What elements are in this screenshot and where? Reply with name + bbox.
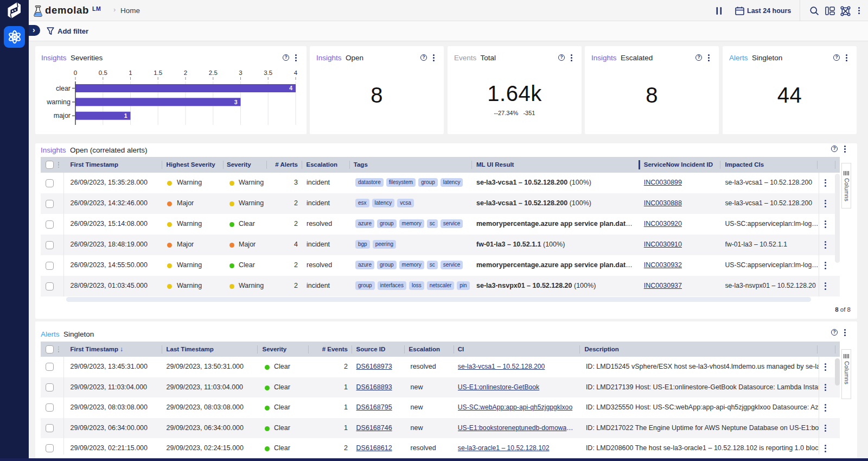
- svg-text:warning: warning: [46, 98, 71, 106]
- svg-text:1.5: 1.5: [154, 70, 162, 76]
- svg-text:2: 2: [184, 70, 187, 76]
- svg-text:clear: clear: [56, 85, 71, 92]
- svg-text:major: major: [54, 112, 71, 119]
- svg-text:0: 0: [74, 70, 77, 76]
- svg-text:3.5: 3.5: [264, 70, 272, 76]
- svg-text:3: 3: [234, 99, 238, 105]
- svg-text:4: 4: [289, 85, 292, 91]
- svg-text:3: 3: [239, 70, 242, 76]
- svg-text:2.5: 2.5: [209, 70, 218, 76]
- svg-text:1: 1: [129, 70, 132, 76]
- svg-text:4: 4: [294, 70, 298, 76]
- svg-text:1: 1: [124, 112, 127, 119]
- svg-text:0.5: 0.5: [99, 70, 107, 76]
